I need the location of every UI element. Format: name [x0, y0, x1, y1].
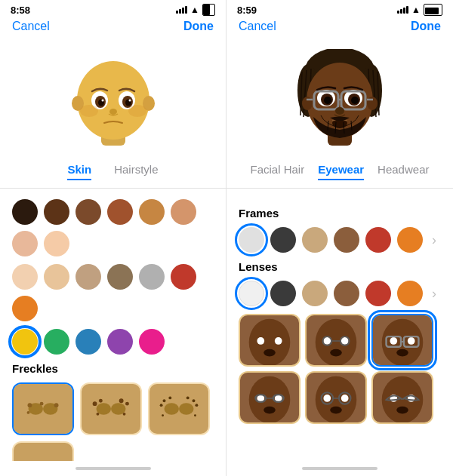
right-home-indicator: [302, 467, 378, 470]
svg-point-12: [109, 109, 117, 115]
skin-swatch-8[interactable]: [44, 231, 69, 256]
left-cancel-button[interactable]: Cancel: [12, 20, 50, 33]
svg-point-34: [160, 404, 163, 407]
svg-point-39: [195, 404, 198, 407]
signal-icon: [176, 6, 187, 14]
skin-swatch-7[interactable]: [12, 231, 38, 256]
skin-swatch-5[interactable]: [139, 199, 165, 225]
frames-color-3[interactable]: [302, 227, 328, 253]
right-status-bar: 8:59 ▲: [226, 0, 453, 17]
lenses-color-6[interactable]: [397, 281, 423, 306]
left-nav-bar: Cancel Done: [0, 17, 226, 38]
freckle-item-3[interactable]: [148, 382, 210, 435]
svg-point-41: [194, 414, 196, 416]
skin-swatch-1[interactable]: [12, 199, 38, 225]
skin-swatch-10[interactable]: [44, 264, 69, 290]
left-done-button[interactable]: Done: [183, 20, 214, 33]
freckle-item-2[interactable]: [80, 382, 142, 435]
left-status-icons: ▲: [176, 4, 215, 16]
lenses-color-5[interactable]: [365, 281, 391, 306]
skin-swatch-14[interactable]: [171, 264, 196, 290]
eyewear-item-4[interactable]: [239, 371, 300, 424]
lenses-color-1[interactable]: [239, 281, 264, 306]
skin-swatch-20[interactable]: [139, 329, 165, 355]
right-bottom-bar: [226, 461, 453, 476]
lenses-color-2[interactable]: [270, 281, 296, 306]
freckle-item-1[interactable]: [12, 382, 74, 435]
svg-point-79: [263, 349, 276, 357]
freckles-grid: [12, 382, 214, 435]
svg-point-25: [93, 401, 97, 406]
svg-point-32: [165, 403, 180, 415]
right-panel: 8:59 ▲ Cancel Done: [226, 0, 453, 476]
skin-swatch-12[interactable]: [107, 264, 133, 290]
lenses-color-3[interactable]: [302, 281, 328, 306]
freckle-item-4[interactable]: [12, 441, 74, 461]
frames-color-5[interactable]: [365, 227, 391, 253]
skin-swatch-2[interactable]: [44, 199, 69, 225]
skin-swatch-selected[interactable]: [12, 329, 38, 355]
svg-point-91: [408, 337, 415, 345]
skin-swatch-11[interactable]: [76, 264, 101, 290]
skin-swatch-3[interactable]: [76, 199, 101, 225]
left-tabs: Skin Hairstyle: [0, 158, 226, 189]
svg-point-35: [163, 399, 166, 402]
right-done-button[interactable]: Done: [411, 20, 441, 33]
frames-color-6[interactable]: [397, 227, 423, 253]
freckles-label: Freckles: [12, 362, 214, 375]
left-avatar-area: [0, 38, 226, 158]
svg-point-81: [316, 319, 357, 366]
lenses-section: Lenses ›: [239, 260, 441, 306]
skin-swatch-6[interactable]: [171, 199, 196, 225]
svg-point-38: [193, 399, 196, 402]
lenses-label: Lenses: [239, 260, 441, 273]
lenses-color-4[interactable]: [334, 281, 359, 306]
tab-hairstyle[interactable]: Hairstyle: [114, 163, 158, 180]
skin-swatch-17[interactable]: [44, 329, 69, 355]
right-content: Frames › Lenses ›: [226, 189, 453, 461]
skin-swatch-9[interactable]: [12, 264, 38, 290]
svg-rect-42: [14, 442, 72, 461]
svg-point-57: [367, 97, 378, 110]
freckles-grid-2: [12, 441, 214, 461]
svg-point-26: [99, 399, 103, 403]
svg-point-18: [28, 403, 32, 407]
svg-point-82: [323, 337, 331, 345]
skin-swatch-15[interactable]: [12, 296, 38, 321]
tab-skin[interactable]: Skin: [67, 163, 91, 180]
left-time: 8:58: [11, 5, 30, 16]
svg-point-56: [302, 97, 313, 110]
tab-headwear[interactable]: Headwear: [378, 163, 429, 180]
eyewear-item-2[interactable]: [305, 314, 367, 367]
skin-swatch-4[interactable]: [107, 199, 133, 225]
skin-swatch-13[interactable]: [139, 264, 165, 290]
right-cancel-button[interactable]: Cancel: [239, 20, 276, 33]
right-time: 8:59: [237, 5, 257, 16]
eyewear-item-3[interactable]: [371, 314, 433, 367]
eyewear-item-6[interactable]: [371, 371, 433, 424]
right-wifi-icon: ▲: [411, 5, 421, 15]
skin-color-swatches: [12, 199, 214, 256]
left-bottom-bar: [0, 461, 226, 476]
svg-point-63: [351, 97, 359, 104]
wifi-icon: ▲: [190, 5, 199, 15]
eyewear-item-1[interactable]: [239, 314, 300, 367]
frames-color-4[interactable]: [334, 227, 359, 253]
skin-swatch-19[interactable]: [107, 329, 133, 355]
skin-swatch-18[interactable]: [76, 329, 101, 355]
tab-facial-hair[interactable]: Facial Hair: [251, 163, 305, 180]
frames-color-2[interactable]: [270, 227, 296, 253]
frames-more-icon: ›: [432, 232, 436, 248]
left-status-bar: 8:58 ▲: [0, 0, 226, 17]
right-status-icons: ▲: [397, 4, 442, 16]
svg-point-76: [249, 319, 291, 366]
lenses-color-row: ›: [239, 281, 441, 306]
frames-color-row: ›: [239, 227, 441, 253]
lenses-more-icon: ›: [432, 286, 436, 302]
frames-color-1[interactable]: [239, 227, 264, 253]
svg-point-13: [80, 105, 98, 117]
skin-color-swatches-3: [12, 329, 214, 355]
svg-point-107: [341, 395, 349, 402]
eyewear-item-5[interactable]: [305, 371, 367, 424]
tab-eyewear[interactable]: Eyewear: [318, 163, 364, 180]
